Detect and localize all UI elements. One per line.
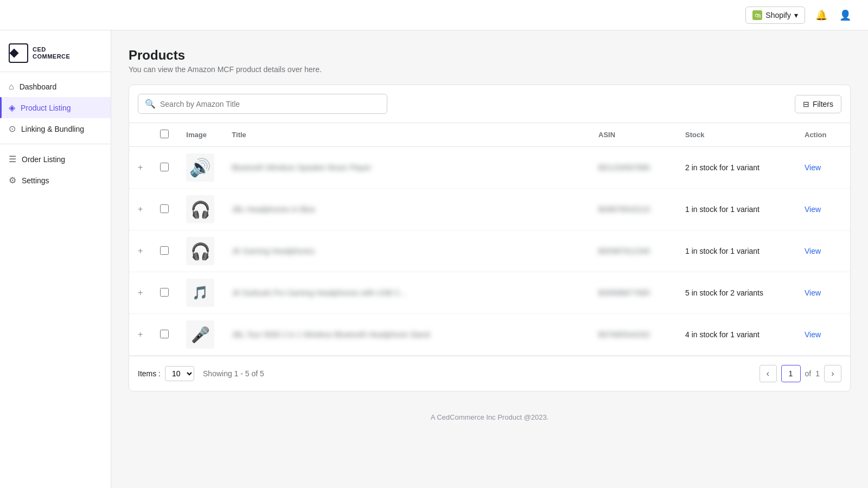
view-product-link[interactable]: View [805, 288, 821, 297]
table-row: + 🎧 JK Gaming Headphones B00987612345 1 … [129, 230, 850, 272]
view-product-link[interactable]: View [805, 163, 821, 172]
col-title: Title [223, 123, 590, 147]
products-card: 🔍 ⊟ Filters Image Title ASIN [129, 85, 851, 391]
pagination: Items : 10 20 50 Showing 1 - 5 of 5 ‹ 1 … [129, 356, 850, 391]
product-asin: B00987612345 [598, 247, 650, 255]
shopify-button[interactable]: 🛍 Shopify ▾ [745, 7, 805, 24]
row-title-cell: JBL Headphones in Blue [223, 189, 590, 230]
search-input[interactable] [160, 100, 380, 108]
col-action: Action [796, 123, 850, 147]
product-asin: B09998877665 [598, 288, 650, 297]
row-stock-cell: 2 in stock for 1 variant [676, 147, 796, 189]
row-action-cell: View [796, 230, 850, 272]
items-label: Items : [138, 369, 161, 378]
sidebar-item-settings[interactable]: ⚙ Settings [0, 170, 111, 191]
order-listing-icon: ☰ [9, 154, 16, 164]
product-asin: B01234567890 [598, 163, 650, 172]
product-title: JBL Headphones in Blue [232, 205, 315, 214]
total-pages: 1 [815, 369, 820, 378]
view-product-link[interactable]: View [805, 247, 821, 255]
row-image-cell: 🎧 [177, 230, 223, 272]
product-icon: 🎵 [192, 285, 208, 300]
row-checkbox[interactable] [160, 204, 169, 213]
row-action-cell: View [796, 272, 850, 314]
footer-text: A CedCommerce Inc Product @2023. [431, 413, 549, 421]
logo-box [9, 43, 28, 63]
product-stock: 4 in stock for 1 variant [685, 330, 760, 339]
topbar: 🛍 Shopify ▾ 🔔 👤 [0, 0, 868, 30]
row-image-cell: 🎤 [177, 314, 223, 356]
settings-icon: ⚙ [9, 175, 16, 185]
items-per-page: Items : 10 20 50 [138, 366, 194, 381]
user-profile-button[interactable]: 👤 [835, 5, 855, 25]
sidebar-item-label: Dashboard [20, 82, 57, 91]
sidebar-item-label: Order Listing [22, 155, 65, 164]
row-checkbox[interactable] [160, 288, 169, 297]
row-checkbox[interactable] [160, 246, 169, 255]
sidebar-item-label: Linking & Bundling [21, 125, 84, 133]
row-title-cell: JK Earbuds Pro Gaming Headphones with US… [223, 272, 590, 314]
row-asin-cell: B00987612345 [590, 230, 676, 272]
product-stock: 5 in stock for 2 variants [685, 288, 763, 297]
row-stock-cell: 5 in stock for 2 variants [676, 272, 796, 314]
row-asin-cell: B09876543210 [590, 189, 676, 230]
col-stock: Stock [676, 123, 796, 147]
sidebar-item-product-listing[interactable]: ◈ Product Listing [0, 97, 111, 118]
row-title-cell: JBL Tour 5500 2 in 1 Wireless Bluetooth … [223, 314, 590, 356]
row-asin-cell: B09998877665 [590, 272, 676, 314]
col-asin: ASIN [590, 123, 676, 147]
view-product-link[interactable]: View [805, 330, 821, 339]
product-image: 🎵 [186, 279, 214, 307]
row-title-cell: Bluetooth Wireless Speaker Music Player [223, 147, 590, 189]
product-asin: B07665544332 [598, 330, 650, 339]
product-image: 🔊 [186, 153, 214, 182]
sidebar-item-linking-bundling[interactable]: ⊙ Linking & Bundling [0, 118, 111, 139]
row-checkbox[interactable] [160, 163, 169, 171]
col-image: Image [177, 123, 223, 147]
table-row: + 🎧 JBL Headphones in Blue B09876543210 … [129, 189, 850, 230]
row-action-cell: View [796, 314, 850, 356]
next-page-button[interactable]: › [824, 365, 841, 382]
row-expand-button[interactable]: + [129, 272, 151, 314]
product-image: 🎧 [186, 237, 214, 265]
view-product-link[interactable]: View [805, 205, 821, 214]
app-layout: CED COMMERCE ⌂ Dashboard ◈ Product Listi… [0, 30, 868, 488]
row-expand-button[interactable]: + [129, 230, 151, 272]
row-stock-cell: 1 in stock for 1 variant [676, 230, 796, 272]
linking-bundling-icon: ⊙ [9, 124, 16, 134]
row-expand-button[interactable]: + [129, 189, 151, 230]
notification-bell-button[interactable]: 🔔 [812, 5, 831, 25]
product-title: JK Earbuds Pro Gaming Headphones with US… [232, 288, 406, 297]
product-icon: 🔊 [189, 157, 211, 178]
sidebar-item-order-listing[interactable]: ☰ Order Listing [0, 149, 111, 170]
select-all-checkbox[interactable] [160, 130, 169, 138]
search-icon: 🔍 [145, 99, 156, 109]
product-title: Bluetooth Wireless Speaker Music Player [232, 163, 371, 172]
row-action-cell: View [796, 147, 850, 189]
row-expand-button[interactable]: + [129, 147, 151, 189]
shopify-chevron-icon: ▾ [794, 11, 798, 20]
product-stock: 1 in stock for 1 variant [685, 247, 760, 255]
page-title: Products [129, 48, 851, 63]
search-box[interactable]: 🔍 [138, 94, 387, 114]
row-image-cell: 🎧 [177, 189, 223, 230]
row-image-cell: 🔊 [177, 147, 223, 189]
row-expand-button[interactable]: + [129, 314, 151, 356]
sidebar-item-dashboard[interactable]: ⌂ Dashboard [0, 76, 111, 97]
filter-icon: ⊟ [803, 100, 809, 108]
row-action-cell: View [796, 189, 850, 230]
filter-button[interactable]: ⊟ Filters [795, 95, 841, 113]
row-checkbox-cell [151, 272, 177, 314]
nav-divider [0, 144, 111, 144]
current-page: 1 [781, 365, 801, 382]
row-checkbox-cell [151, 189, 177, 230]
main-content: Products You can view the Amazon MCF pro… [111, 30, 868, 488]
logo-text: CED COMMERCE [33, 46, 70, 60]
shopify-bag-icon: 🛍 [752, 10, 762, 20]
table-row: + 🔊 Bluetooth Wireless Speaker Music Pla… [129, 147, 850, 189]
showing-text: Showing 1 - 5 of 5 [203, 369, 264, 378]
prev-page-button[interactable]: ‹ [760, 365, 777, 382]
row-checkbox[interactable] [160, 330, 169, 338]
items-per-page-select[interactable]: 10 20 50 [165, 366, 194, 381]
logo-area: CED COMMERCE [0, 39, 111, 72]
